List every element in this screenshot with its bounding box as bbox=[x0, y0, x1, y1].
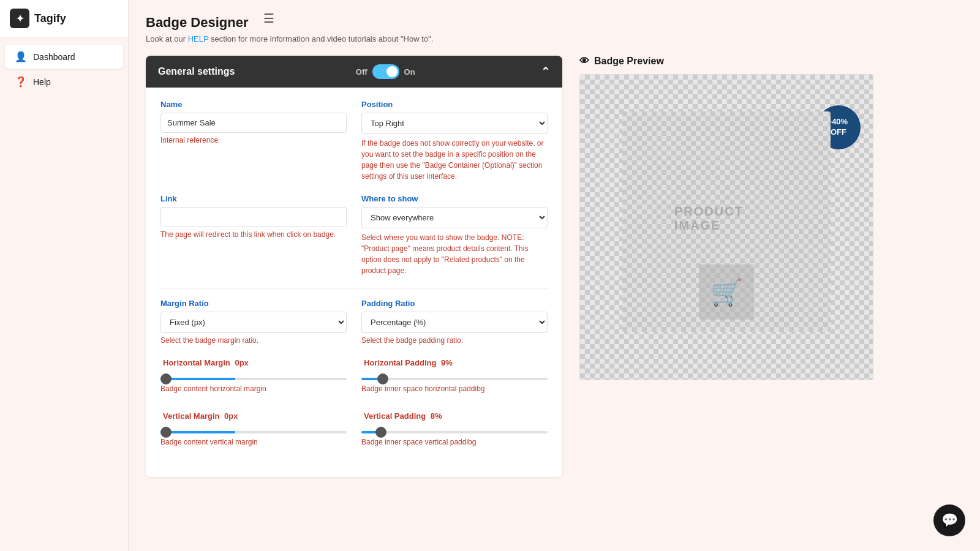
margin-ratio-label: Margin Ratio bbox=[160, 299, 347, 308]
padding-ratio-hint: Select the badge padding ratio. bbox=[361, 335, 548, 346]
toggle-slider bbox=[372, 64, 399, 79]
link-hint: The page will redirect to this link when… bbox=[160, 230, 347, 240]
where-select[interactable]: Show everywhere Product page only Catego… bbox=[361, 207, 548, 228]
chat-icon: 💬 bbox=[941, 512, 958, 528]
toggle-on-label: On bbox=[404, 67, 415, 77]
preview-panel: 👁 Badge Preview -40% OFF bbox=[579, 56, 873, 380]
badge-line2: OFF bbox=[831, 127, 846, 138]
sidebar-item-label-dashboard: Dashboard bbox=[33, 52, 75, 62]
panel-title: General settings bbox=[158, 66, 235, 77]
col-margin-ratio: Margin Ratio Fixed (px) Percentage (%) S… bbox=[160, 299, 347, 346]
sidebar-item-label-help: Help bbox=[33, 77, 51, 87]
v-padding-label: Vertical Padding 8% bbox=[361, 411, 548, 421]
cart-icon: 🛒 bbox=[699, 264, 754, 320]
position-label: Position bbox=[361, 100, 548, 109]
app-logo-icon: ✦ bbox=[10, 9, 29, 28]
col-v-padding: Vertical Padding 8% Badge inner space ve… bbox=[361, 411, 548, 446]
v-margin-hint: Badge content vertical margin bbox=[160, 438, 347, 446]
app-name: Tagify bbox=[34, 12, 66, 25]
panel-collapse-icon[interactable]: ⌃ bbox=[541, 65, 550, 78]
row-ratio: Margin Ratio Fixed (px) Percentage (%) S… bbox=[160, 299, 548, 346]
margin-ratio-select[interactable]: Fixed (px) Percentage (%) bbox=[160, 312, 347, 333]
h-margin-value: 0px bbox=[235, 358, 248, 367]
v-padding-hint: Badge inner space vertical paddibg bbox=[361, 438, 548, 446]
v-margin-slider[interactable] bbox=[160, 431, 347, 433]
position-desc: If the badge does not show correctly on … bbox=[361, 138, 548, 182]
h-padding-label: Horizontal Padding 9% bbox=[361, 358, 548, 367]
row-v-margin-padding: Vertical Margin 0px Badge content vertic… bbox=[160, 411, 548, 452]
product-label: PRODUCT IMAGE bbox=[674, 204, 778, 233]
margin-ratio-hint: Select the badge margin ratio. bbox=[160, 335, 347, 346]
dashboard-icon: 👤 bbox=[15, 51, 27, 62]
sidebar-item-help[interactable]: ❓ Help bbox=[5, 70, 123, 94]
col-link: Link The page will redirect to this link… bbox=[160, 194, 347, 276]
toggle-area: Off On bbox=[356, 64, 415, 79]
v-padding-slider[interactable] bbox=[361, 431, 548, 433]
preview-eye-icon: 👁 bbox=[579, 56, 589, 67]
h-padding-slider[interactable] bbox=[361, 378, 548, 380]
name-label: Name bbox=[160, 100, 347, 109]
link-label: Link bbox=[160, 194, 347, 203]
sidebar-item-dashboard[interactable]: 👤 Dashboard bbox=[5, 45, 123, 69]
h-padding-hint: Badge inner space horizontal paddibg bbox=[361, 384, 548, 393]
help-link[interactable]: HELP bbox=[188, 34, 209, 43]
name-input[interactable] bbox=[160, 113, 347, 133]
v-padding-value: 8% bbox=[431, 411, 442, 421]
col-padding-ratio: Padding Ratio Percentage (%) Fixed (px) … bbox=[361, 299, 548, 346]
row-name-position: Name Internal reference. Position Top Ri… bbox=[160, 100, 548, 182]
settings-panel: General settings Off On ⌃ Name bbox=[146, 56, 562, 477]
row-h-margin-padding: Horizontal Margin 0px Badge content hori… bbox=[160, 358, 548, 399]
v-margin-value: 0px bbox=[224, 411, 238, 421]
link-input[interactable] bbox=[160, 207, 347, 227]
preview-title: Badge Preview bbox=[594, 56, 664, 67]
col-where: Where to show Show everywhere Product pa… bbox=[361, 194, 548, 276]
toggle-switch[interactable] bbox=[372, 64, 399, 79]
main-content: ☰ Badge Designer Look at our HELP sectio… bbox=[129, 0, 980, 551]
logo-symbol: ✦ bbox=[16, 13, 24, 24]
preview-header: 👁 Badge Preview bbox=[579, 56, 873, 67]
where-label: Where to show bbox=[361, 194, 548, 203]
col-v-margin: Vertical Margin 0px Badge content vertic… bbox=[160, 411, 347, 446]
where-desc: Select where you want to show the badge.… bbox=[361, 232, 548, 276]
v-margin-label: Vertical Margin 0px bbox=[160, 411, 347, 421]
h-margin-label: Horizontal Margin 0px bbox=[160, 358, 347, 367]
panel-header: General settings Off On ⌃ bbox=[146, 56, 562, 88]
col-h-margin: Horizontal Margin 0px Badge content hori… bbox=[160, 358, 347, 393]
h-margin-slider[interactable] bbox=[160, 378, 347, 380]
product-image-area: PRODUCT IMAGE 🛒 bbox=[622, 111, 831, 332]
name-hint: Internal reference. bbox=[160, 135, 347, 146]
position-select[interactable]: Top Right Top Left Bottom Right Bottom L… bbox=[361, 113, 548, 134]
padding-ratio-select[interactable]: Percentage (%) Fixed (px) bbox=[361, 312, 548, 333]
badge-line1: -40% bbox=[829, 117, 848, 127]
padding-ratio-label: Padding Ratio bbox=[361, 299, 548, 308]
toggle-off-label: Off bbox=[356, 67, 368, 77]
sidebar-logo: ✦ Tagify bbox=[0, 0, 128, 37]
divider bbox=[160, 288, 548, 289]
row-link-where: Link The page will redirect to this link… bbox=[160, 194, 548, 276]
sidebar: ✦ Tagify 👤 Dashboard ❓ Help bbox=[0, 0, 129, 551]
menu-toggle-icon[interactable]: ☰ bbox=[263, 11, 274, 26]
h-padding-value: 9% bbox=[441, 358, 453, 367]
preview-canvas: -40% OFF bbox=[579, 74, 873, 380]
chat-widget[interactable]: 💬 bbox=[933, 504, 965, 536]
panel-body: Name Internal reference. Position Top Ri… bbox=[146, 88, 562, 477]
col-position: Position Top Right Top Left Bottom Right… bbox=[361, 100, 548, 182]
page-subtitle: Look at our HELP section for more inform… bbox=[146, 34, 963, 43]
content-layout: General settings Off On ⌃ Name bbox=[146, 56, 963, 477]
help-icon: ❓ bbox=[15, 76, 27, 88]
sidebar-nav: 👤 Dashboard ❓ Help bbox=[0, 37, 128, 101]
col-name: Name Internal reference. bbox=[160, 100, 347, 182]
h-margin-hint: Badge content horizontal margin bbox=[160, 384, 347, 393]
col-h-padding: Horizontal Padding 9% Badge inner space … bbox=[361, 358, 548, 393]
